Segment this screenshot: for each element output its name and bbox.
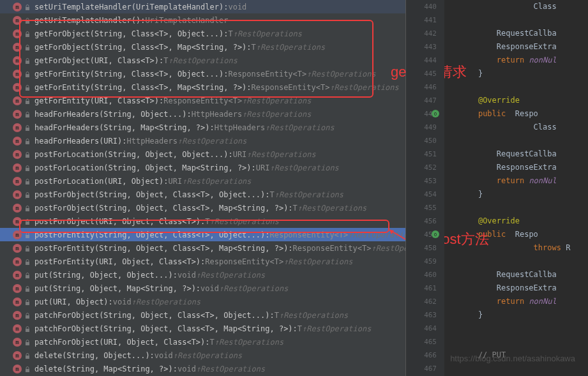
method-item[interactable]: mdelete(String, Map<String, ?>): void ↑R… xyxy=(0,362,405,375)
method-item[interactable]: mpatchForObject(URI, Object, Class<T>): … xyxy=(0,335,405,349)
method-signature: getForObject(URI, Class<T>): xyxy=(34,56,163,65)
method-signature: postForObject(String, Object, Class<T>, … xyxy=(34,190,269,199)
return-type: T xyxy=(163,56,168,65)
method-item[interactable]: mgetUriTemplateHandler(): UriTemplateHan… xyxy=(0,13,405,27)
line-number: 444 xyxy=(406,54,437,67)
override-icon[interactable]: o xyxy=(432,230,439,238)
code-line[interactable]: RequestCallba xyxy=(460,27,588,40)
code-line[interactable]: ResponseExtra xyxy=(460,161,588,174)
return-type: URI xyxy=(256,163,270,172)
code-line[interactable]: throws R xyxy=(460,241,588,255)
method-icon: m xyxy=(13,150,22,159)
inherited-from: ↑RestOperations xyxy=(306,70,375,79)
method-item[interactable]: mpatchForObject(String, Object, Class<T>… xyxy=(0,308,405,322)
code-line[interactable] xyxy=(460,362,588,375)
method-item[interactable]: mpostForObject(String, Object, Class<T>,… xyxy=(0,188,405,201)
method-signature: getForEntity(URI, Class<T>): xyxy=(34,96,163,105)
code-line[interactable]: } xyxy=(460,67,588,80)
method-item[interactable]: mpostForEntity(String, Object, Class<T>,… xyxy=(0,241,405,255)
lock-icon xyxy=(24,124,31,131)
code-line[interactable]: return nonNul xyxy=(460,54,588,67)
method-icon: m xyxy=(13,351,22,360)
method-item[interactable]: mgetForEntity(URI, Class<T>): ResponseEn… xyxy=(0,94,405,107)
code-line[interactable] xyxy=(460,335,588,349)
editor-panel[interactable]: 440441442443444445446447448o449450451452… xyxy=(406,0,588,376)
method-icon: m xyxy=(13,137,22,146)
code-line[interactable]: } xyxy=(460,188,588,201)
return-type: T xyxy=(269,190,274,199)
code-line[interactable]: public Respo xyxy=(460,107,588,121)
method-item[interactable]: mheadForHeaders(String, Object...): Http… xyxy=(0,107,405,121)
inherited-from: ↑RestOperations xyxy=(242,110,311,119)
line-number: 453 xyxy=(406,174,437,188)
svg-rect-2 xyxy=(26,34,29,37)
code-line[interactable]: Class xyxy=(460,0,588,13)
method-signature: postForObject(String, Object, Class<T>, … xyxy=(34,204,293,213)
code-line[interactable]: @Override xyxy=(460,94,588,107)
method-item[interactable]: mgetForObject(String, Class<T>, Map<Stri… xyxy=(0,40,405,54)
code-line[interactable]: ResponseExtra xyxy=(460,40,588,54)
method-signature: postForLocation(URI, Object): xyxy=(34,177,169,186)
code-line[interactable]: } xyxy=(460,308,588,322)
method-item[interactable]: mput(String, Object, Object...): void ↑R… xyxy=(0,268,405,282)
code-line[interactable] xyxy=(460,13,588,27)
code-line[interactable]: ResponseExtra xyxy=(460,282,588,295)
method-signature: postForEntity(URI, Object, Class<T>): xyxy=(34,257,205,266)
method-item[interactable]: mpostForLocation(String, Object, Object.… xyxy=(0,147,405,161)
return-type: ResponseEntity<T> xyxy=(228,70,306,79)
method-item[interactable]: mpostForEntity(String, Object, Class<T>,… xyxy=(0,228,405,241)
code-line[interactable] xyxy=(460,201,588,214)
method-item[interactable]: msetUriTemplateHandler(UriTemplateHandle… xyxy=(0,0,405,13)
code-line[interactable] xyxy=(460,134,588,147)
code-line[interactable]: RequestCallba xyxy=(460,268,588,282)
code-line[interactable]: return nonNul xyxy=(460,295,588,308)
return-type: ResponseEntity<T> xyxy=(293,244,372,253)
method-icon: m xyxy=(13,217,22,226)
method-item[interactable]: mput(String, Object, Map<String, ?>): vo… xyxy=(0,282,405,295)
inherited-from: ↑RestOperations xyxy=(269,163,338,172)
method-item[interactable]: mheadForHeaders(URI): HttpHeaders ↑RestO… xyxy=(0,134,405,147)
code-line[interactable] xyxy=(460,322,588,335)
return-type: T xyxy=(210,338,215,347)
svg-rect-19 xyxy=(26,262,29,265)
method-icon: m xyxy=(13,311,22,320)
code-line[interactable] xyxy=(460,255,588,268)
method-item[interactable]: mgetForObject(String, Class<T>, Object..… xyxy=(0,27,405,40)
inherited-from: ↑RestOperations xyxy=(246,150,315,159)
method-item[interactable]: mgetForEntity(String, Class<T>, Map<Stri… xyxy=(0,80,405,94)
method-item[interactable]: mpostForObject(String, Object, Class<T>,… xyxy=(0,201,405,214)
code-line[interactable]: @Override xyxy=(460,214,588,228)
code-line[interactable] xyxy=(460,80,588,94)
method-item[interactable]: mdelete(String, Object...): void ↑RestOp… xyxy=(0,349,405,362)
return-type: URI xyxy=(169,177,183,186)
code-line[interactable]: return nonNul xyxy=(460,174,588,188)
method-item[interactable]: mpostForLocation(URI, Object): URI ↑Rest… xyxy=(0,174,405,188)
method-item[interactable]: mgetForEntity(String, Class<T>, Object..… xyxy=(0,67,405,80)
lock-icon xyxy=(24,259,31,265)
method-item[interactable]: mpostForLocation(String, Object, Map<Str… xyxy=(0,161,405,174)
inherited-from: ↑RestOperations xyxy=(132,297,200,306)
structure-view-panel[interactable]: msetUriTemplateHandler(UriTemplateHandle… xyxy=(0,0,405,376)
method-icon: m xyxy=(13,43,22,52)
method-icon: m xyxy=(13,284,22,293)
svg-rect-9 xyxy=(26,128,29,131)
code-line[interactable]: public Respo xyxy=(460,228,588,241)
method-item[interactable]: mheadForHeaders(String, Map<String, ?>):… xyxy=(0,121,405,134)
method-icon: m xyxy=(13,3,22,11)
method-icon: m xyxy=(13,177,22,186)
override-icon[interactable]: o xyxy=(432,110,439,117)
svg-rect-21 xyxy=(26,289,29,292)
method-item[interactable]: mpatchForObject(String, Object, Class<T>… xyxy=(0,322,405,335)
method-item[interactable]: mpostForObject(URI, Object, Class<T>): T… xyxy=(0,214,405,228)
code-area[interactable]: Class RequestCallba ResponseExtra return… xyxy=(444,0,588,376)
return-type: ResponseEntity<T> xyxy=(163,96,242,105)
method-item[interactable]: mpostForEntity(URI, Object, Class<T>): R… xyxy=(0,255,405,268)
method-signature: postForLocation(String, Object, Map<Stri… xyxy=(34,163,256,172)
lock-icon xyxy=(24,299,31,305)
method-item[interactable]: mput(URI, Object): void ↑RestOperations xyxy=(0,295,405,308)
code-line[interactable]: Class xyxy=(460,121,588,134)
method-icon: m xyxy=(13,163,22,172)
method-item[interactable]: mgetForObject(URI, Class<T>): T ↑RestOpe… xyxy=(0,54,405,67)
code-line[interactable]: RequestCallba xyxy=(460,147,588,161)
lock-icon xyxy=(24,165,31,171)
